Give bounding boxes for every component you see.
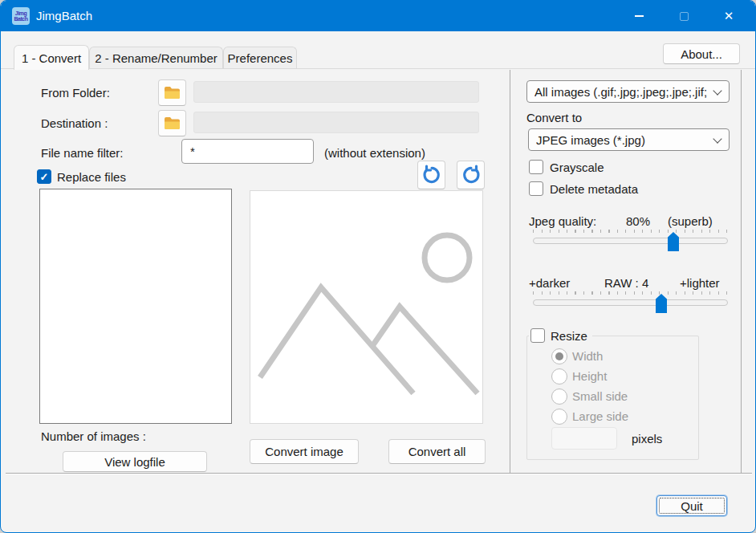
source-format-dropdown[interactable]: All images (.gif;.jpg;.jpeg;.jpe;.jif;.j… xyxy=(526,80,730,103)
minimize-button[interactable] xyxy=(620,1,657,31)
pixels-label: pixels xyxy=(632,432,662,446)
folder-icon xyxy=(164,116,181,130)
image-placeholder-icon xyxy=(250,191,482,423)
target-format-value: JPEG images (*.jpg) xyxy=(536,133,645,147)
file-list[interactable] xyxy=(39,189,232,424)
raw-slider-thumb[interactable] xyxy=(656,294,667,313)
browse-destination-button[interactable] xyxy=(158,110,186,136)
resize-label: Resize xyxy=(551,329,587,343)
minimize-icon xyxy=(635,15,644,17)
jpeg-quality-rating: (superb) xyxy=(668,214,713,228)
quality-slider-track[interactable] xyxy=(533,238,728,244)
raw-lighter-label: +lighter xyxy=(680,276,720,290)
image-preview xyxy=(250,190,483,424)
chevron-down-icon xyxy=(713,86,721,95)
delete-metadata-checkbox[interactable] xyxy=(529,181,543,196)
convert-to-label: Convert to xyxy=(526,111,582,124)
number-of-images-label: Number of images : xyxy=(41,429,146,443)
rotate-clockwise-icon xyxy=(461,165,482,185)
folder-icon xyxy=(164,86,181,100)
close-icon: ✕ xyxy=(724,9,734,23)
grayscale-label: Grayscale xyxy=(550,161,604,174)
from-folder-label: From Folder: xyxy=(41,86,110,100)
convert-all-button[interactable]: Convert all xyxy=(388,439,486,464)
radio-height[interactable] xyxy=(551,368,567,384)
app-window: Jimg Batch JimgBatch ✕ 1 - Convert 2 - R… xyxy=(0,0,756,533)
bottom-divider-highlight xyxy=(6,474,752,474)
jpeg-quality-label: Jpeg quality: xyxy=(529,214,596,228)
grayscale-checkbox[interactable] xyxy=(529,160,543,174)
resize-pixels-input[interactable] xyxy=(551,427,617,450)
chevron-down-icon xyxy=(713,134,721,143)
quality-slider-ticks xyxy=(533,230,728,233)
convert-image-button[interactable]: Convert image xyxy=(250,439,359,464)
tabstrip-divider xyxy=(1,68,755,69)
destination-label: Destination : xyxy=(41,116,108,130)
tab-convert[interactable]: 1 - Convert xyxy=(14,45,89,70)
app-icon-text-top: Jimg xyxy=(15,10,26,16)
destination-path-field[interactable] xyxy=(193,112,479,133)
delete-metadata-label: Delete metadata xyxy=(550,182,638,196)
left-right-divider xyxy=(510,70,510,473)
replace-files-label: Replace files xyxy=(57,170,126,184)
replace-files-checkbox[interactable] xyxy=(37,169,51,184)
resize-legend: Resize xyxy=(529,328,592,344)
radio-large-side-label: Large side xyxy=(572,409,628,423)
tab-preferences[interactable]: Preferences xyxy=(223,47,297,68)
from-folder-path-field[interactable] xyxy=(193,81,479,103)
quit-button[interactable]: Quit xyxy=(656,495,727,516)
window-title: JimgBatch xyxy=(36,1,92,31)
close-button[interactable]: ✕ xyxy=(710,1,747,31)
view-logfile-button[interactable]: View logfile xyxy=(63,451,207,472)
radio-large-side[interactable] xyxy=(551,409,567,425)
app-icon: Jimg Batch xyxy=(12,7,30,25)
filename-filter-label: File name filter: xyxy=(41,146,124,160)
raw-darker-label: +darker xyxy=(529,276,570,290)
raw-value-label: RAW : 4 xyxy=(604,276,648,290)
quit-button-label: Quit xyxy=(681,499,703,513)
about-button[interactable]: About... xyxy=(663,43,740,64)
title-bar: Jimg Batch JimgBatch ✕ xyxy=(1,1,755,31)
maximize-button xyxy=(665,1,702,31)
resize-checkbox[interactable] xyxy=(530,328,545,343)
maximize-icon xyxy=(680,12,689,21)
rotate-right-button[interactable] xyxy=(457,161,485,189)
raw-slider-ticks xyxy=(533,291,728,295)
radio-small-side[interactable] xyxy=(551,389,567,405)
source-format-value: All images (.gif;.jpg;.jpeg;.jpe;.jif;.j… xyxy=(534,85,708,99)
app-icon-text-bottom: Batch xyxy=(14,16,28,22)
browse-from-folder-button[interactable] xyxy=(158,79,186,106)
raw-slider-track[interactable] xyxy=(533,299,728,306)
right-panel-edge-divider xyxy=(741,70,742,473)
rotate-counterclockwise-icon xyxy=(421,165,442,185)
jpeg-quality-value: 80% xyxy=(626,214,650,228)
filter-hint-label: (without extension) xyxy=(324,146,425,160)
rotate-left-button[interactable] xyxy=(417,161,445,189)
radio-small-side-label: Small side xyxy=(572,389,628,403)
target-format-dropdown[interactable]: JPEG images (*.jpg) xyxy=(528,128,730,151)
radio-height-label: Height xyxy=(572,369,607,383)
filename-filter-input[interactable] xyxy=(181,139,314,164)
tab-rename-renumber[interactable]: 2 - Rename/Renumber xyxy=(89,47,223,68)
radio-width[interactable] xyxy=(551,348,567,364)
quality-slider-thumb[interactable] xyxy=(668,232,679,251)
radio-width-label: Width xyxy=(572,349,603,363)
